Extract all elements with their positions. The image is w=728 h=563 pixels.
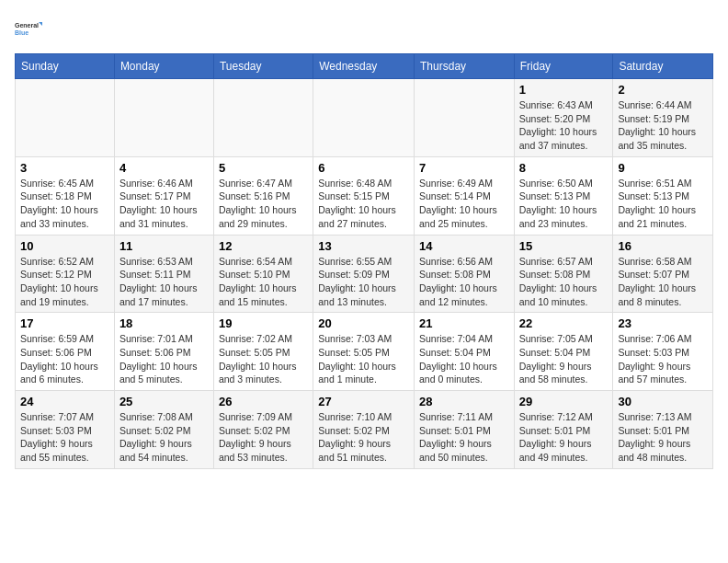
calendar-cell: 16Sunrise: 6:58 AMSunset: 5:07 PMDayligh… [613,235,713,313]
day-info: Sunrise: 7:02 AMSunset: 5:05 PMDaylight:… [219,332,308,386]
calendar-cell [313,79,415,157]
day-info: Sunrise: 7:10 AMSunset: 5:02 PMDaylight:… [318,410,409,465]
calendar-cell: 13Sunrise: 6:55 AMSunset: 5:09 PMDayligh… [313,235,415,313]
weekday-header-cell: Sunday [16,54,115,79]
day-number: 5 [219,161,308,175]
day-number: 26 [219,395,308,408]
day-number: 6 [318,161,409,175]
day-info: Sunrise: 7:08 AMSunset: 5:02 PMDaylight:… [119,410,209,465]
calendar-cell [213,79,313,157]
day-info: Sunrise: 7:09 AMSunset: 5:02 PMDaylight:… [219,410,308,465]
calendar-cell: 4Sunrise: 6:46 AMSunset: 5:17 PMDaylight… [114,156,213,235]
calendar-cell: 21Sunrise: 7:04 AMSunset: 5:04 PMDayligh… [415,313,515,391]
calendar-cell [16,79,115,157]
calendar-cell: 28Sunrise: 7:11 AMSunset: 5:01 PMDayligh… [415,391,515,469]
day-info: Sunrise: 6:47 AMSunset: 5:16 PMDaylight:… [219,177,308,231]
day-number: 2 [618,83,708,97]
calendar-cell: 20Sunrise: 7:03 AMSunset: 5:05 PMDayligh… [313,313,415,391]
day-info: Sunrise: 6:50 AMSunset: 5:13 PMDaylight:… [519,177,609,231]
day-number: 24 [20,395,109,408]
day-number: 15 [519,239,609,253]
day-info: Sunrise: 6:51 AMSunset: 5:13 PMDaylight:… [618,177,708,231]
day-info: Sunrise: 6:48 AMSunset: 5:15 PMDaylight:… [318,177,409,231]
day-number: 7 [419,161,509,175]
day-number: 22 [519,316,609,330]
day-info: Sunrise: 6:52 AMSunset: 5:12 PMDaylight:… [20,255,109,309]
day-number: 27 [318,395,409,408]
day-number: 11 [119,239,209,253]
day-number: 16 [618,239,708,253]
calendar-cell: 22Sunrise: 7:05 AMSunset: 5:04 PMDayligh… [514,313,613,391]
calendar-cell: 30Sunrise: 7:13 AMSunset: 5:01 PMDayligh… [613,391,713,469]
day-number: 18 [119,316,209,330]
day-info: Sunrise: 7:05 AMSunset: 5:04 PMDaylight:… [519,332,609,386]
calendar-cell: 18Sunrise: 7:01 AMSunset: 5:06 PMDayligh… [114,313,213,391]
calendar-week-row: 10Sunrise: 6:52 AMSunset: 5:12 PMDayligh… [16,235,713,313]
calendar-cell: 25Sunrise: 7:08 AMSunset: 5:02 PMDayligh… [114,391,213,469]
weekday-header-row: SundayMondayTuesdayWednesdayThursdayFrid… [16,54,713,79]
header: General Blue [15,15,713,44]
weekday-header-cell: Thursday [415,54,515,79]
weekday-header-cell: Saturday [613,54,713,79]
day-number: 28 [419,395,509,408]
weekday-header-cell: Wednesday [313,54,415,79]
calendar-cell: 29Sunrise: 7:12 AMSunset: 5:01 PMDayligh… [514,391,613,469]
calendar-week-row: 3Sunrise: 6:45 AMSunset: 5:18 PMDaylight… [16,156,713,235]
calendar-table: SundayMondayTuesdayWednesdayThursdayFrid… [15,53,713,469]
calendar-cell: 7Sunrise: 6:49 AMSunset: 5:14 PMDaylight… [415,156,515,235]
calendar-week-row: 24Sunrise: 7:07 AMSunset: 5:03 PMDayligh… [16,391,713,469]
day-info: Sunrise: 6:56 AMSunset: 5:08 PMDaylight:… [419,255,509,309]
day-number: 29 [519,395,609,408]
day-info: Sunrise: 6:46 AMSunset: 5:17 PMDaylight:… [119,177,209,231]
svg-marker-3 [39,22,42,26]
calendar-cell: 3Sunrise: 6:45 AMSunset: 5:18 PMDaylight… [16,156,115,235]
svg-text:General: General [15,22,39,29]
calendar-body: 1Sunrise: 6:43 AMSunset: 5:20 PMDaylight… [16,79,713,469]
day-info: Sunrise: 6:49 AMSunset: 5:14 PMDaylight:… [419,177,509,231]
weekday-header-cell: Friday [514,54,613,79]
calendar-cell: 27Sunrise: 7:10 AMSunset: 5:02 PMDayligh… [313,391,415,469]
day-info: Sunrise: 6:59 AMSunset: 5:06 PMDaylight:… [20,332,109,386]
day-number: 20 [318,316,409,330]
day-info: Sunrise: 6:53 AMSunset: 5:11 PMDaylight:… [119,255,209,309]
day-info: Sunrise: 6:43 AMSunset: 5:20 PMDaylight:… [519,98,609,153]
day-number: 13 [318,239,409,253]
svg-text:Blue: Blue [15,29,28,36]
day-number: 14 [419,239,509,253]
calendar-cell: 24Sunrise: 7:07 AMSunset: 5:03 PMDayligh… [16,391,115,469]
day-number: 21 [419,316,509,330]
day-info: Sunrise: 7:07 AMSunset: 5:03 PMDaylight:… [20,410,109,465]
day-number: 8 [519,161,609,175]
calendar-cell: 17Sunrise: 6:59 AMSunset: 5:06 PMDayligh… [16,313,115,391]
day-info: Sunrise: 6:44 AMSunset: 5:19 PMDaylight:… [618,98,708,153]
day-number: 1 [519,83,609,97]
calendar-cell [415,79,515,157]
day-info: Sunrise: 7:01 AMSunset: 5:06 PMDaylight:… [119,332,209,386]
calendar-cell: 8Sunrise: 6:50 AMSunset: 5:13 PMDaylight… [514,156,613,235]
calendar-cell: 9Sunrise: 6:51 AMSunset: 5:13 PMDaylight… [613,156,713,235]
day-number: 17 [20,316,109,330]
calendar-cell: 12Sunrise: 6:54 AMSunset: 5:10 PMDayligh… [213,235,313,313]
day-number: 25 [119,395,209,408]
day-info: Sunrise: 7:13 AMSunset: 5:01 PMDaylight:… [618,410,708,465]
day-number: 19 [219,316,308,330]
day-number: 4 [119,161,209,175]
weekday-header-cell: Tuesday [213,54,313,79]
calendar-cell [114,79,213,157]
calendar-week-row: 1Sunrise: 6:43 AMSunset: 5:20 PMDaylight… [16,79,713,157]
day-info: Sunrise: 6:58 AMSunset: 5:07 PMDaylight:… [618,255,708,309]
calendar-cell: 1Sunrise: 6:43 AMSunset: 5:20 PMDaylight… [514,79,613,157]
day-info: Sunrise: 7:04 AMSunset: 5:04 PMDaylight:… [419,332,509,386]
calendar-cell: 10Sunrise: 6:52 AMSunset: 5:12 PMDayligh… [16,235,115,313]
calendar-cell: 23Sunrise: 7:06 AMSunset: 5:03 PMDayligh… [613,313,713,391]
calendar-cell: 14Sunrise: 6:56 AMSunset: 5:08 PMDayligh… [415,235,515,313]
logo: General Blue [15,15,42,44]
day-info: Sunrise: 7:06 AMSunset: 5:03 PMDaylight:… [618,332,708,386]
day-info: Sunrise: 6:55 AMSunset: 5:09 PMDaylight:… [318,255,409,309]
day-number: 10 [20,239,109,253]
calendar-week-row: 17Sunrise: 6:59 AMSunset: 5:06 PMDayligh… [16,313,713,391]
calendar-cell: 6Sunrise: 6:48 AMSunset: 5:15 PMDaylight… [313,156,415,235]
day-number: 3 [20,161,109,175]
day-info: Sunrise: 6:54 AMSunset: 5:10 PMDaylight:… [219,255,308,309]
day-info: Sunrise: 7:03 AMSunset: 5:05 PMDaylight:… [318,332,409,386]
